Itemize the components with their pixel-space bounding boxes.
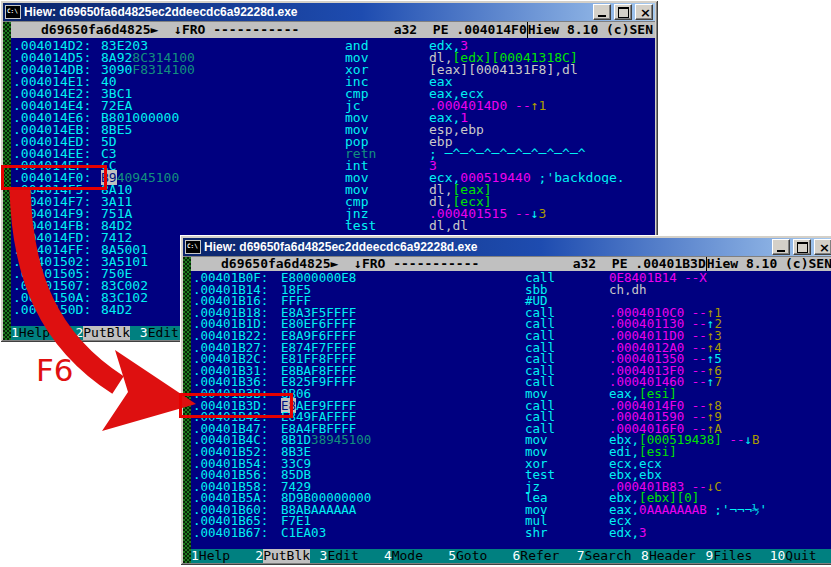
maximize-button[interactable] — [614, 4, 632, 20]
header-filename: d69650fa6d4825► — [11, 22, 158, 38]
text-segment: .0004012A0 — [609, 342, 684, 354]
asm-bytes: 85DB — [281, 469, 525, 481]
asm-operands: .0004013F0 --↑6 — [609, 365, 831, 377]
asm-operands: eax,[esi] — [609, 388, 831, 400]
text-segment: ↑6 — [707, 365, 722, 377]
asm-bytes: 40 — [101, 76, 345, 88]
fkey-label: Goto — [456, 549, 487, 563]
close-button[interactable] — [635, 4, 653, 20]
minimize-button[interactable] — [772, 239, 790, 255]
asm-operands: [eax][0004131F8],dl — [429, 64, 655, 76]
fkey-putblk[interactable]: 2PutBlk — [75, 326, 139, 340]
fkey-putblk[interactable]: 2PutBlk — [255, 549, 319, 563]
fkey-refer[interactable]: 6Refer — [512, 549, 576, 563]
asm-operands: .000401460 --↑7 — [609, 376, 831, 388]
fkey-label: Quit — [785, 549, 816, 563]
text-segment: [eax] — [452, 184, 491, 196]
titlebar[interactable]: Hiew: d69650fa6d4825ec2ddeecdc6a92228d.e… — [3, 3, 655, 21]
asm-address: .0040150D: — [11, 304, 101, 316]
maximize-button[interactable] — [793, 239, 811, 255]
text-segment: ecx,ecx — [609, 458, 662, 470]
fkey-bar: 1Help2PutBlk3Edit4Mode5Goto6Refer7Search… — [191, 549, 831, 563]
fkey-search[interactable]: 7Search — [577, 549, 641, 563]
fkey-label: Header — [649, 549, 696, 563]
fkey-label: Refer — [520, 549, 559, 563]
text-segment: .000401460 — [609, 376, 684, 388]
hiew-window-bottom: Hiew: d69650fa6d4825ec2ddeecdc6a92228d.e… — [180, 235, 831, 565]
minimize-button[interactable] — [593, 4, 611, 20]
text-segment: .0004014D0 — [429, 100, 507, 112]
asm-bytes: 18F5 — [281, 284, 525, 296]
text-segment: 3 — [460, 40, 468, 52]
asm-operands: .0004016F0 --↑A — [609, 423, 831, 435]
text-segment: -- — [684, 411, 707, 423]
text-segment: ↓C — [707, 481, 722, 493]
fkey-number: 5 — [448, 549, 456, 563]
asm-operands: edx,3 — [609, 527, 831, 539]
header-format: PE — [612, 257, 635, 271]
text-segment: 000519440 — [460, 172, 530, 184]
fkey-label: Edit — [327, 549, 358, 563]
asm-operands: eax,1 — [429, 112, 655, 124]
asm-bytes: 8A10 — [101, 184, 345, 196]
asm-operands: .0004010C0 --↑1 — [609, 307, 831, 319]
header-format: PE — [433, 22, 456, 38]
text-segment: -- — [684, 318, 707, 330]
text-segment: ebp — [429, 136, 452, 148]
text-segment: ecx, — [429, 172, 460, 184]
fkey-mode[interactable]: 4Mode — [384, 549, 448, 563]
text-segment: ;'¬¬¬½' — [707, 504, 767, 516]
asm-bytes: C1EA03 — [281, 527, 525, 539]
asm-operands: ebp — [429, 136, 655, 148]
asm-operands: eax — [429, 76, 655, 88]
asm-mnemonic: test — [345, 220, 429, 232]
asm-operands: ch,dh — [609, 284, 831, 296]
asm-operands: 3 — [429, 160, 655, 172]
fkey-number: 9 — [705, 549, 713, 563]
fkey-header[interactable]: 8Header — [641, 549, 705, 563]
fkey-files[interactable]: 9Files — [705, 549, 769, 563]
asm-bytes: E8000000E8 — [281, 272, 525, 284]
close-button[interactable] — [814, 239, 831, 255]
header-position: .00401B3D — [635, 257, 705, 271]
fkey-label: PutBlk — [83, 326, 130, 340]
header-arch: a32 — [573, 257, 612, 271]
titlebar[interactable]: Hiew: d69650fa6d4825ec2ddeecdc6a92228d.e… — [183, 238, 831, 256]
text-segment: ↓ — [744, 434, 752, 446]
header-dashes: ----------- — [393, 257, 479, 271]
text-segment: 0E8401B14 --X — [609, 272, 707, 284]
asm-operands: .0004014D0 --↑1 — [429, 100, 655, 112]
asm-address: .00401B67: — [191, 527, 281, 539]
fkey-goto[interactable]: 5Goto — [448, 549, 512, 563]
fkey-quit[interactable]: 10Quit — [770, 549, 831, 563]
text-segment: .000401515 — [429, 208, 507, 220]
fkey-number: 1 — [11, 326, 19, 340]
fkey-number: 2 — [255, 549, 263, 563]
asm-operands: .000401515 --↓3 — [429, 208, 655, 220]
asm-operands: edi,[esi] — [609, 446, 831, 458]
asm-bytes: B8ABAAAAAA — [281, 504, 525, 516]
border-stripe — [3, 22, 11, 340]
text-segment: ↑4 — [707, 342, 722, 354]
asm-operands: dl,[eax] — [429, 184, 655, 196]
text-segment: -- — [684, 365, 707, 377]
fkey-label: Help — [199, 549, 230, 563]
asm-operands: ; ─^─^─^─^─^─^─^─^─^ — [429, 148, 655, 160]
fkey-edit[interactable]: 3Edit — [320, 549, 384, 563]
text-segment: -- — [684, 481, 707, 493]
text-segment: -- — [684, 423, 707, 435]
text-segment: ↑8 — [707, 400, 722, 412]
text-segment: [000519438] — [639, 434, 722, 446]
text-segment: [ebx][0] — [639, 492, 699, 504]
asm-row[interactable]: .00401B67:C1EA03shredx,3 — [191, 527, 831, 539]
text-segment: .0004011D0 — [609, 330, 684, 342]
fkey-help[interactable]: 1Help — [191, 549, 255, 563]
header-dashes: ----------- — [213, 22, 299, 38]
text-segment: eax, — [429, 112, 460, 124]
text-segment: [esi] — [639, 446, 677, 458]
fkey-help[interactable]: 1Help — [11, 326, 75, 340]
border-stripe — [183, 257, 191, 563]
asm-operands: esp,ebp — [429, 124, 655, 136]
asm-bytes: E825F9FFFF — [281, 376, 525, 388]
header-mode: ↓FRO — [338, 257, 393, 271]
